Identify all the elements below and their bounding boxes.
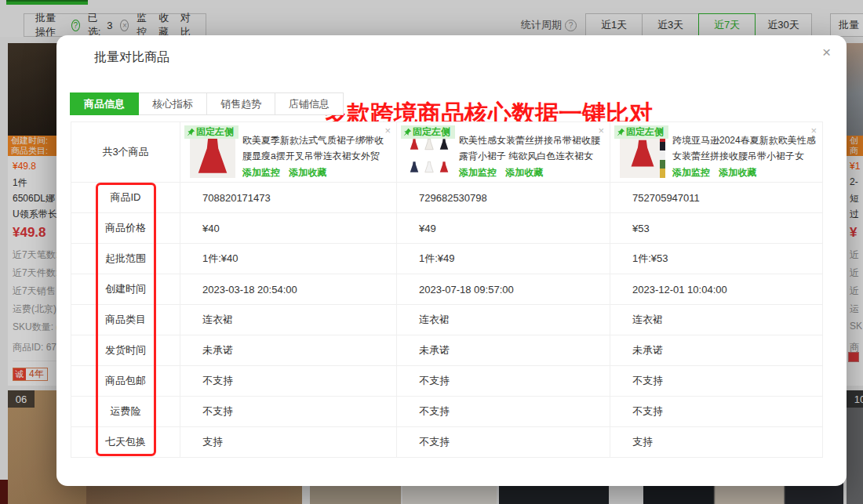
compare-table: 共3个商品 固定左侧 × 欧美夏季新款法式气质裙子绑带收腰显瘦a摆开叉吊带连衣裙… [71, 121, 823, 458]
row-label-7day-exchange: 七天包换 [71, 427, 180, 458]
product-image[interactable] [620, 132, 665, 178]
modal-close-icon[interactable]: × [822, 45, 831, 60]
pin-left-tag[interactable]: 固定左侧 [614, 125, 668, 139]
cell-price-3: ¥53 [610, 213, 823, 244]
red-dress-icon [190, 132, 235, 178]
row-label-price: 商品价格 [71, 213, 180, 244]
tab-sales-trend[interactable]: 销售趋势 [206, 92, 275, 115]
product-header-2: 固定左侧 × 欧美性感女装蕾丝拼接吊带裙收腰 [397, 122, 610, 183]
cell-category-1: 连衣裙 [180, 305, 397, 335]
cell-category-3: 连衣裙 [610, 305, 823, 335]
cell-insurance-1: 不支持 [180, 397, 397, 427]
product-title[interactable]: 欧美夏季新款法式气质裙子绑带收腰显瘦a摆开叉吊带连衣裙女外贸 [242, 132, 391, 164]
row-label-product-id: 商品ID [71, 183, 180, 213]
cell-ship-1: 未承诺 [180, 335, 397, 366]
row-label-moq-range: 起批范围 [71, 244, 180, 274]
add-monitor-link[interactable]: 添加监控 [672, 167, 710, 178]
cell-exchange-2: 不支持 [397, 427, 610, 458]
pin-icon [617, 128, 625, 136]
remove-product-icon[interactable]: × [810, 125, 817, 136]
cell-freeship-3: 不支持 [610, 366, 823, 397]
add-monitor-link[interactable]: 添加监控 [459, 167, 497, 178]
cell-moq-1: 1件:¥40 [180, 244, 397, 274]
product-image[interactable] [190, 132, 235, 178]
cell-insurance-2: 不支持 [397, 397, 610, 427]
row-label-ship-time: 发货时间 [71, 335, 180, 366]
cell-created-3: 2023-12-01 10:04:00 [610, 274, 823, 305]
product-header-3: 固定左侧 × 跨境亚马逊2024春夏新款欧美性感女装蕾丝拼接收腰吊带小裙子女 添… [610, 122, 823, 183]
product-title[interactable]: 欧美性感女装蕾丝拼接吊带裙收腰露背小裙子 纯欲风白色连衣裙女 [459, 132, 605, 164]
cell-price-2: ¥49 [397, 213, 610, 244]
cell-insurance-3: 不支持 [610, 397, 823, 427]
red-dress-icon [620, 132, 665, 178]
pin-icon [187, 128, 195, 136]
cell-freeship-1: 不支持 [180, 366, 397, 397]
modal-title: 批量对比商品 [94, 49, 169, 66]
modal-tabs: 商品信息 核心指标 销售趋势 店铺信息 [71, 92, 344, 115]
cell-exchange-3: 支持 [610, 427, 823, 458]
compare-modal: 批量对比商品 × 多款跨境商品核心数据一键比对 商品信息 核心指标 销售趋势 店… [56, 35, 847, 486]
cell-price-1: ¥40 [180, 213, 397, 244]
product-count-cell: 共3个商品 [71, 122, 180, 183]
cell-freeship-2: 不支持 [397, 366, 610, 397]
add-favorite-link[interactable]: 添加收藏 [505, 167, 543, 178]
tab-shop-info[interactable]: 店铺信息 [275, 92, 344, 115]
cell-moq-3: 1件:¥53 [610, 244, 823, 274]
add-favorite-link[interactable]: 添加收藏 [289, 167, 326, 178]
pin-left-tag[interactable]: 固定左侧 [184, 125, 239, 139]
row-label-free-shipping: 商品包邮 [71, 366, 180, 397]
tab-core-metrics[interactable]: 核心指标 [138, 92, 207, 115]
cell-exchange-1: 支持 [180, 427, 397, 458]
add-favorite-link[interactable]: 添加收藏 [719, 167, 756, 178]
cell-moq-2: 1件:¥49 [397, 244, 610, 274]
cell-category-2: 连衣裙 [397, 305, 610, 335]
product-image[interactable] [406, 132, 452, 178]
cell-created-2: 2023-07-18 09:57:00 [397, 274, 610, 305]
cell-ship-2: 未承诺 [397, 335, 610, 366]
row-label-created-time: 创建时间 [71, 274, 180, 305]
cell-product-id-3: 752705947011 [610, 183, 823, 213]
screen: 批量操作 ? 已选: 3 × 监控 收藏 对比 统计周期 ? 近1天 近3天 近… [0, 0, 863, 504]
cell-created-1: 2023-03-18 20:54:00 [180, 274, 397, 305]
cell-product-id-1: 708820171473 [180, 183, 397, 213]
pin-icon [403, 128, 412, 136]
row-label-shipping-insurance: 运费险 [71, 397, 180, 427]
product-header-1: 固定左侧 × 欧美夏季新款法式气质裙子绑带收腰显瘦a摆开叉吊带连衣裙女外贸 添加… [180, 122, 397, 183]
tab-product-info[interactable]: 商品信息 [70, 92, 139, 115]
cell-ship-3: 未承诺 [610, 335, 823, 366]
cell-product-id-2: 729682530798 [397, 183, 610, 213]
thumbnail-strip-icon [660, 132, 665, 178]
pin-left-tag[interactable]: 固定左侧 [401, 125, 455, 139]
row-label-category: 商品类目 [71, 305, 180, 335]
remove-product-icon[interactable]: × [598, 125, 604, 136]
dress-collage-icon [406, 132, 452, 178]
add-monitor-link[interactable]: 添加监控 [242, 167, 280, 178]
remove-product-icon[interactable]: × [384, 125, 391, 136]
product-title[interactable]: 跨境亚马逊2024春夏新款欧美性感女装蕾丝拼接收腰吊带小裙子女 [672, 132, 817, 164]
